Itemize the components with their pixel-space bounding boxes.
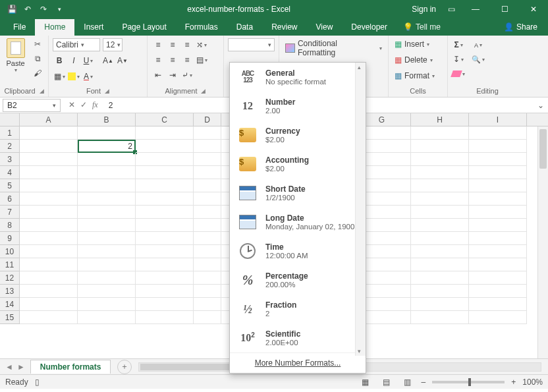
row-header[interactable]: 11	[0, 258, 20, 271]
cell[interactable]	[194, 298, 221, 311]
increase-indent-icon[interactable]: ⇥	[166, 69, 179, 82]
cell[interactable]	[469, 126, 527, 140]
enter-formula-icon[interactable]: ✓	[80, 100, 87, 110]
cell[interactable]	[78, 232, 136, 245]
select-all-corner[interactable]	[0, 113, 20, 126]
number-format-option[interactable]: Short Date1/2/1900	[230, 179, 366, 208]
align-right-icon[interactable]: ≡	[180, 53, 194, 67]
conditional-formatting-button[interactable]: Conditional Formatting▾	[283, 38, 384, 58]
tab-review[interactable]: Review	[262, 19, 306, 36]
maximize-icon[interactable]: ☐	[490, 5, 519, 14]
cell[interactable]	[194, 232, 221, 245]
number-format-option[interactable]: $Currency$2.00	[230, 121, 366, 150]
tab-insert[interactable]: Insert	[74, 19, 113, 36]
minimize-icon[interactable]: —	[461, 5, 490, 14]
cell[interactable]	[469, 206, 527, 219]
ribbon-display-options-icon[interactable]: ▭	[441, 5, 461, 14]
page-break-view-icon[interactable]: ▥	[400, 378, 415, 387]
cell[interactable]	[78, 206, 136, 219]
italic-button[interactable]: I	[67, 54, 80, 67]
row-header[interactable]: 8	[0, 219, 20, 232]
tab-home[interactable]: Home	[35, 19, 74, 36]
copy-icon[interactable]: ⧉	[31, 53, 44, 65]
wrap-text-icon[interactable]: ⤶	[180, 69, 194, 82]
cell[interactable]	[20, 298, 78, 311]
name-box[interactable]: B2▾	[3, 99, 61, 112]
cell[interactable]	[20, 285, 78, 298]
cell[interactable]	[78, 258, 136, 271]
cell[interactable]	[136, 245, 194, 258]
cell[interactable]	[136, 285, 194, 298]
cell[interactable]	[78, 219, 136, 232]
cell[interactable]	[469, 153, 527, 166]
sort-filter-button[interactable]	[469, 38, 487, 51]
cell[interactable]	[411, 271, 469, 285]
sign-in-link[interactable]: Sign in	[412, 5, 436, 14]
tab-page-layout[interactable]: Page Layout	[113, 19, 175, 36]
merge-icon[interactable]: ▤	[195, 53, 208, 67]
cell[interactable]	[20, 206, 78, 219]
cell[interactable]	[78, 311, 136, 324]
cell[interactable]	[411, 245, 469, 258]
cell[interactable]	[194, 166, 221, 179]
save-icon[interactable]: 💾	[5, 5, 18, 14]
cell[interactable]	[20, 311, 78, 324]
cell[interactable]	[411, 153, 469, 166]
borders-button[interactable]: ▦	[53, 70, 66, 83]
find-select-button[interactable]	[469, 53, 487, 66]
number-format-option[interactable]: $Accounting $2.00	[230, 150, 366, 179]
decrease-font-icon[interactable]: A▼	[116, 54, 129, 67]
cell[interactable]	[20, 126, 78, 140]
cell[interactable]	[78, 285, 136, 298]
cell[interactable]	[194, 206, 221, 219]
cell[interactable]	[136, 271, 194, 285]
fill-color-button[interactable]	[67, 70, 80, 83]
row-header[interactable]: 7	[0, 206, 20, 219]
number-format-option[interactable]: ½Fraction2	[230, 294, 366, 323]
cell[interactable]	[136, 153, 194, 166]
bold-button[interactable]: B	[53, 54, 66, 67]
dialog-launcher-icon[interactable]: ◢	[40, 88, 44, 94]
cell[interactable]	[469, 219, 527, 232]
redo-icon[interactable]: ↷	[37, 5, 50, 14]
cell[interactable]	[78, 166, 136, 179]
cell[interactable]	[469, 192, 527, 206]
cell[interactable]	[469, 298, 527, 311]
cell[interactable]	[78, 298, 136, 311]
col-header[interactable]: A	[20, 113, 78, 126]
expand-formula-bar-icon[interactable]: ⌄	[534, 101, 548, 110]
cell[interactable]	[411, 298, 469, 311]
cell[interactable]	[469, 166, 527, 179]
col-header[interactable]: D	[194, 113, 221, 126]
number-format-option[interactable]: 12Number2.00	[230, 92, 366, 121]
cell[interactable]	[20, 245, 78, 258]
decrease-indent-icon[interactable]: ⇤	[151, 69, 165, 82]
cell[interactable]	[194, 140, 221, 153]
align-top-icon[interactable]: ≡	[151, 38, 165, 51]
row-header[interactable]: 9	[0, 232, 20, 245]
new-sheet-button[interactable]: ＋	[117, 360, 132, 374]
cell[interactable]	[136, 219, 194, 232]
zoom-level[interactable]: 100%	[522, 378, 543, 387]
cell[interactable]	[194, 219, 221, 232]
cell[interactable]	[411, 219, 469, 232]
insert-cells-button[interactable]: Insert▾	[393, 38, 431, 50]
orientation-icon[interactable]: ⤭	[195, 38, 208, 51]
cell[interactable]	[469, 271, 527, 285]
cell[interactable]	[136, 298, 194, 311]
cell[interactable]	[20, 271, 78, 285]
cell[interactable]	[136, 179, 194, 192]
tab-data[interactable]: Data	[227, 19, 262, 36]
dialog-launcher-icon[interactable]: ◢	[201, 88, 206, 94]
align-left-icon[interactable]: ≡	[151, 53, 165, 67]
font-name-combo[interactable]: Calibri▾	[53, 38, 100, 51]
cell[interactable]	[411, 179, 469, 192]
close-icon[interactable]: ✕	[519, 5, 548, 14]
font-size-combo[interactable]: 12▾	[103, 38, 123, 51]
format-painter-icon[interactable]: 🖌	[31, 67, 44, 79]
cell[interactable]	[469, 311, 527, 324]
clear-button[interactable]	[452, 67, 465, 80]
col-header[interactable]: I	[469, 113, 527, 126]
cell[interactable]	[194, 153, 221, 166]
cell[interactable]	[136, 192, 194, 206]
